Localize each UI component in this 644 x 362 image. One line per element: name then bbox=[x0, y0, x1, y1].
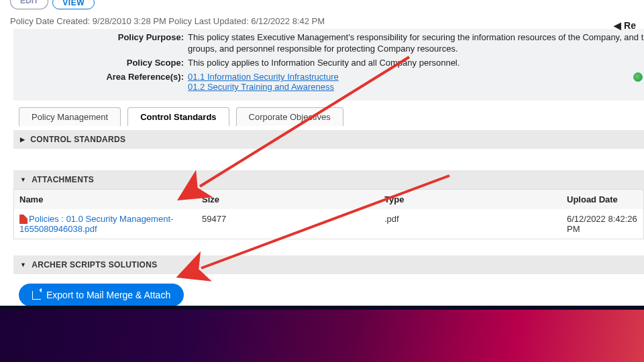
chevron-right-icon: ▶ bbox=[20, 136, 25, 143]
footer-gradient bbox=[0, 310, 644, 362]
attachment-size: 59477 bbox=[197, 209, 379, 239]
policy-dates: Policy Date Created: 9/28/2010 3:28 PM P… bbox=[0, 9, 644, 29]
attachments-table: Name Size Type Upload Date Policies : 01… bbox=[13, 189, 644, 239]
tab-corporate-objectives[interactable]: Corporate Objectives bbox=[236, 107, 343, 126]
export-icon bbox=[32, 291, 41, 300]
attachment-link[interactable]: Policies : 01.0 Security Management-1655… bbox=[19, 214, 173, 234]
export-mail-merge-button[interactable]: Export to Mail Merge & Attach bbox=[19, 284, 184, 306]
pdf-icon bbox=[19, 215, 28, 224]
globe-icon[interactable] bbox=[633, 72, 643, 82]
area-reference-label: Area Reference(s): bbox=[13, 72, 188, 92]
policy-scope-value: This policy applies to Information Secur… bbox=[188, 58, 644, 68]
section-control-standards[interactable]: ▶ CONTROL STANDARDS bbox=[13, 130, 644, 149]
tab-policy-management[interactable]: Policy Management bbox=[19, 107, 121, 126]
area-ref-link-1[interactable]: 01.1 Information Security Infrastructure bbox=[188, 72, 339, 82]
chevron-down-icon: ▼ bbox=[20, 176, 26, 183]
section-attachments[interactable]: ▼ ATTACHMENTS bbox=[13, 170, 644, 189]
policy-purpose-label: Policy Purpose: bbox=[13, 32, 188, 42]
policy-scope-label: Policy Scope: bbox=[13, 58, 188, 68]
section-archer-scripts[interactable]: ▼ ARCHER SCRIPTS SOLUTIONS bbox=[13, 255, 644, 274]
attachment-upload-date: 6/12/2022 8:42:26 PM bbox=[561, 209, 643, 239]
chevron-down-icon: ▼ bbox=[20, 261, 26, 268]
back-link[interactable]: ◀ Re bbox=[614, 20, 636, 31]
policy-info-block: Policy Purpose: This policy states Execu… bbox=[13, 29, 644, 101]
col-header-name[interactable]: Name bbox=[14, 190, 197, 209]
col-header-size[interactable]: Size bbox=[197, 190, 379, 209]
edit-button[interactable]: EDIT bbox=[10, 0, 48, 9]
tab-control-standards[interactable]: Control Standards bbox=[127, 107, 229, 126]
table-row: Policies : 01.0 Security Management-1655… bbox=[14, 209, 643, 239]
area-ref-link-2[interactable]: 01.2 Security Training and Awareness bbox=[188, 82, 334, 92]
attachment-type: .pdf bbox=[379, 209, 561, 239]
view-button[interactable]: VIEW bbox=[52, 0, 95, 9]
policy-purpose-value: This policy states Executive Management'… bbox=[188, 32, 644, 42]
col-header-type[interactable]: Type bbox=[379, 190, 561, 209]
col-header-upload[interactable]: Upload Date bbox=[561, 190, 643, 209]
